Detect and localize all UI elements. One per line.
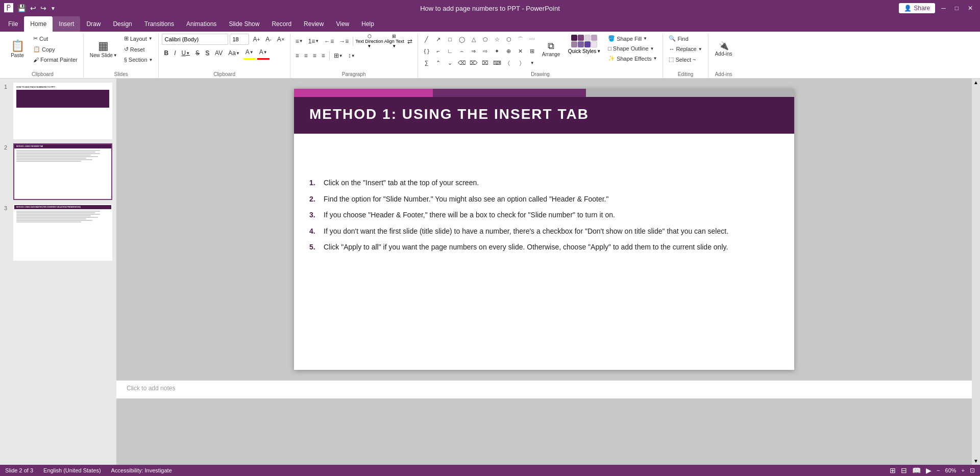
tab-insert[interactable]: Insert xyxy=(53,16,80,32)
select-button[interactable]: ⬚ Select ~ xyxy=(666,55,704,64)
inc-indent-button[interactable]: →≡ xyxy=(337,36,351,47)
slide-container[interactable]: METHOD 1: USING THE INSERT TAB 1. Click … xyxy=(294,89,794,370)
char-spacing-button[interactable]: AV xyxy=(213,47,225,59)
align-text-button[interactable]: ⊞ Align Text ▼ xyxy=(384,34,404,48)
tab-draw[interactable]: Draw xyxy=(80,16,107,32)
shape-brace[interactable]: { } xyxy=(421,45,432,57)
slide-header[interactable]: METHOD 1: USING THE INSERT TAB xyxy=(294,97,794,134)
slide-img-2[interactable]: METHOD 1: USING THE INSERT TAB xyxy=(13,143,112,200)
minimize-btn[interactable]: ─ xyxy=(938,4,949,13)
shape-effects-button[interactable]: ✨ Shape Effects ▼ xyxy=(605,54,659,63)
zoom-in-btn[interactable]: + xyxy=(962,467,965,473)
font-grow-button[interactable]: A+ xyxy=(251,34,262,45)
close-btn[interactable]: ✕ xyxy=(965,4,976,13)
shape-opt1[interactable]: 〈 xyxy=(503,57,514,68)
bullets-button[interactable]: ≡▼ xyxy=(293,36,305,47)
shape-opt2[interactable]: 〉 xyxy=(515,57,526,68)
shape-line[interactable]: ╱ xyxy=(421,34,432,45)
restore-btn[interactable]: □ xyxy=(952,4,962,13)
line-spacing-button[interactable]: ↕▼ xyxy=(346,50,357,61)
tab-animations[interactable]: Animations xyxy=(180,16,223,32)
tab-design[interactable]: Design xyxy=(107,16,138,32)
tab-view[interactable]: View xyxy=(330,16,355,32)
quick-styles-button[interactable]: Quick Styles ▼ xyxy=(568,34,601,54)
view-slide-sorter-btn[interactable]: ⊟ xyxy=(901,466,907,474)
shape-rnarrow[interactable]: ⇒ xyxy=(468,45,479,57)
fit-slide-btn[interactable]: ⊡ xyxy=(970,467,975,474)
shape-pentagon[interactable]: ⬠ xyxy=(480,34,491,45)
font-highlight-button[interactable]: A▼ xyxy=(243,46,256,60)
shape-star4[interactable]: ✦ xyxy=(492,45,503,57)
italic-button[interactable]: I xyxy=(172,47,178,59)
quick-access-undo[interactable]: ↩ xyxy=(30,4,36,12)
scroll-down-arrow[interactable]: ▼ xyxy=(973,458,978,464)
shape-chevron[interactable]: ⇨ xyxy=(480,45,491,57)
shape-up[interactable]: ⌃ xyxy=(433,57,444,68)
justify-button[interactable]: ≡ xyxy=(320,50,327,61)
shape-more[interactable]: ⋯ xyxy=(527,34,538,45)
shape-down[interactable]: ⌄ xyxy=(445,57,456,68)
convert-smartart-button[interactable]: ⇄ xyxy=(405,36,414,47)
font-color-button[interactable]: A▼ xyxy=(257,46,270,60)
copy-button[interactable]: 📋 Copy xyxy=(31,44,80,54)
slide-thumb-3[interactable]: 3 METHOD 2: USING SLIDE MASTER (FOR CONS… xyxy=(4,204,112,261)
share-button[interactable]: 👤 Share xyxy=(899,3,935,13)
section-button[interactable]: § Section ▼ xyxy=(121,55,156,64)
shape-corner[interactable]: ⌐ xyxy=(433,45,444,57)
columns-button[interactable]: ⊞▼ xyxy=(332,50,345,61)
change-case-button[interactable]: Aa▼ xyxy=(226,47,242,59)
align-left-button[interactable]: ≡ xyxy=(293,50,301,61)
shape-outline-button[interactable]: □ Shape Outline ▼ xyxy=(605,44,659,53)
slide-thumb-2[interactable]: 2 METHOD 1: USING THE INSERT TAB xyxy=(4,143,112,200)
reset-button[interactable]: ↺ Reset xyxy=(121,44,156,54)
shape-arc[interactable]: ⌒ xyxy=(515,34,526,45)
find-button[interactable]: 🔍 Find xyxy=(666,34,704,43)
font-family-select[interactable] xyxy=(162,34,228,45)
font-clear-button[interactable]: A✕ xyxy=(275,34,287,45)
slide-img-1[interactable]: HOW TO ADD PAGE NUMBERS TO PPT! xyxy=(13,83,112,139)
strikethrough-button[interactable]: S̶ xyxy=(193,47,202,59)
tab-file[interactable]: File xyxy=(2,16,24,32)
cut-button[interactable]: ✂ Cut xyxy=(31,34,80,43)
font-shrink-button[interactable]: A- xyxy=(263,34,273,45)
underline-button[interactable]: U▼ xyxy=(179,47,192,59)
tab-help[interactable]: Help xyxy=(355,16,380,32)
notes-area[interactable]: Click to add notes xyxy=(116,380,972,398)
tab-home[interactable]: Home xyxy=(24,16,53,32)
align-center-button[interactable]: ≡ xyxy=(302,50,310,61)
shape-star[interactable]: ☆ xyxy=(492,34,503,45)
scroll-up-arrow[interactable]: ▲ xyxy=(973,80,978,85)
shape-hex[interactable]: ⬡ xyxy=(503,34,514,45)
new-slide-button[interactable]: ▦ New Slide ▼ xyxy=(87,34,120,64)
text-shadow-button[interactable]: S xyxy=(203,47,211,59)
shape-grid[interactable]: ⊞ xyxy=(527,45,538,57)
shape-sum[interactable]: ∑ xyxy=(421,57,432,68)
shape-curve[interactable]: ⌢ xyxy=(456,45,468,57)
tab-review[interactable]: Review xyxy=(298,16,330,32)
addins-button[interactable]: 🔌 Add-ins xyxy=(712,34,736,64)
font-size-input[interactable] xyxy=(230,34,249,45)
slide-img-3[interactable]: METHOD 2: USING SLIDE MASTER (FOR CONSIS… xyxy=(13,204,112,261)
shape-plus[interactable]: ⊕ xyxy=(503,45,514,57)
format-painter-button[interactable]: 🖌 Format Painter xyxy=(31,55,80,64)
view-slideshow-btn[interactable]: ▶ xyxy=(926,466,932,474)
shape-x[interactable]: ⌧ xyxy=(480,57,491,68)
quick-access-more[interactable]: ▼ xyxy=(51,6,56,11)
quick-access-save[interactable]: 💾 xyxy=(17,4,26,12)
shape-kbd[interactable]: ⌨ xyxy=(492,57,503,68)
shape-fill-button[interactable]: 🪣 Shape Fill ▼ xyxy=(605,34,659,43)
paste-button[interactable]: 📋 Paste xyxy=(5,34,30,64)
replace-button[interactable]: ↔ Replace ▼ xyxy=(666,44,704,54)
slide-body[interactable]: 1. Click on the "Insert" tab at the top … xyxy=(309,178,779,365)
shape-arrow[interactable]: ↗ xyxy=(433,34,444,45)
quick-access-redo[interactable]: ↪ xyxy=(40,4,46,12)
view-normal-btn[interactable]: ⊞ xyxy=(890,466,896,474)
shape-rect[interactable]: □ xyxy=(445,34,456,45)
shape-delete[interactable]: ⌦ xyxy=(468,57,479,68)
shape-angle[interactable]: ∟ xyxy=(445,45,456,57)
right-scrollbar[interactable]: ▲ ▼ xyxy=(972,79,980,465)
tab-slideshow[interactable]: Slide Show xyxy=(223,16,265,32)
zoom-out-btn[interactable]: − xyxy=(937,467,940,473)
text-direction-button[interactable]: ⬡ Text Direction ▼ xyxy=(355,34,383,48)
slide-thumb-1[interactable]: 1 HOW TO ADD PAGE NUMBERS TO PPT! xyxy=(4,83,112,139)
